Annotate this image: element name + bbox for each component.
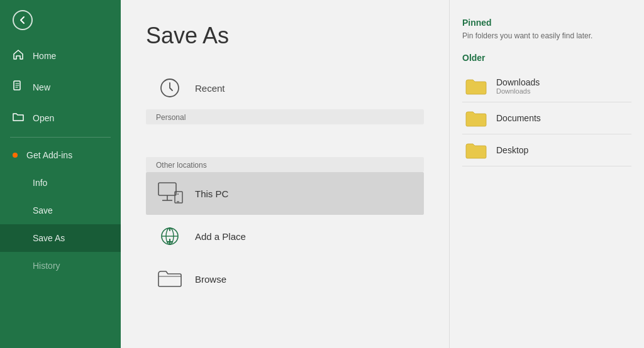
pinned-desc: Pin folders you want to easily find late… — [462, 31, 631, 40]
this-pc-icon — [156, 181, 184, 206]
folder-downloads-info: Downloads Downloads — [496, 77, 540, 95]
other-locations-label: Other locations — [146, 157, 424, 172]
add-place-icon — [156, 224, 184, 249]
folder-item-documents[interactable]: Documents — [462, 102, 631, 134]
sidebar-item-save-as[interactable]: Save As — [0, 224, 121, 252]
location-item-add-place[interactable]: Add a Place — [146, 215, 424, 258]
browse-icon — [156, 266, 184, 291]
svg-rect-2 — [158, 183, 176, 195]
folder-documents-info: Documents — [496, 113, 541, 123]
folder-downloads-name: Downloads — [496, 77, 540, 87]
sidebar-addins-label: Get Add-ins — [26, 150, 72, 160]
folder-documents-icon — [465, 109, 487, 128]
sidebar-item-home[interactable]: Home — [0, 40, 121, 72]
sidebar-info-label: Info — [33, 178, 47, 188]
personal-section-label: Personal — [146, 109, 424, 124]
sidebar-item-history[interactable]: History — [0, 252, 121, 280]
folder-documents-name: Documents — [496, 113, 541, 123]
recent-label: Recent — [195, 83, 225, 94]
browse-label: Browse — [195, 274, 226, 285]
recent-icon — [156, 75, 184, 101]
main-content: Save As Recent Personal Other locations — [121, 0, 449, 348]
add-place-label: Add a Place — [195, 231, 246, 242]
sidebar-item-new[interactable]: New — [0, 72, 121, 103]
folder-item-desktop[interactable]: Desktop — [462, 134, 631, 166]
back-icon — [13, 10, 33, 30]
back-button[interactable] — [0, 0, 121, 40]
location-item-browse[interactable]: Browse — [146, 258, 424, 300]
sidebar-history-label: History — [33, 261, 60, 271]
sidebar-item-info[interactable]: Info — [0, 169, 121, 197]
pinned-title: Pinned — [462, 18, 631, 28]
locations-list: Recent Personal Other locations — [146, 67, 424, 335]
right-panel: Pinned Pin folders you want to easily fi… — [449, 0, 644, 348]
sidebar-save-label: Save — [33, 205, 53, 215]
folder-downloads-path: Downloads — [496, 87, 540, 95]
sidebar-open-label: Open — [33, 113, 54, 123]
new-icon — [13, 80, 24, 94]
sidebar: Home New Open Get Add-ins Info Save — [0, 0, 121, 348]
sidebar-new-label: New — [33, 82, 50, 92]
sidebar-home-label: Home — [33, 51, 56, 61]
location-item-recent[interactable]: Recent — [146, 67, 424, 109]
sidebar-item-addins[interactable]: Get Add-ins — [0, 141, 121, 169]
open-icon — [13, 112, 24, 124]
older-title: Older — [462, 53, 631, 63]
folder-desktop-name: Desktop — [496, 145, 528, 155]
svg-point-7 — [177, 193, 179, 195]
page-title: Save As — [146, 23, 424, 49]
sidebar-save-as-label: Save As — [33, 233, 65, 243]
addins-dot-icon — [13, 153, 18, 158]
home-icon — [13, 49, 24, 63]
folder-desktop-icon — [465, 141, 487, 160]
folder-item-downloads[interactable]: Downloads Downloads — [462, 70, 631, 102]
folder-downloads-icon — [465, 77, 487, 95]
location-item-this-pc[interactable]: This PC — [146, 172, 424, 215]
sidebar-item-save[interactable]: Save — [0, 197, 121, 224]
sidebar-item-open[interactable]: Open — [0, 103, 121, 133]
sidebar-divider — [10, 137, 111, 138]
this-pc-label: This PC — [195, 188, 228, 199]
folder-desktop-info: Desktop — [496, 145, 528, 155]
